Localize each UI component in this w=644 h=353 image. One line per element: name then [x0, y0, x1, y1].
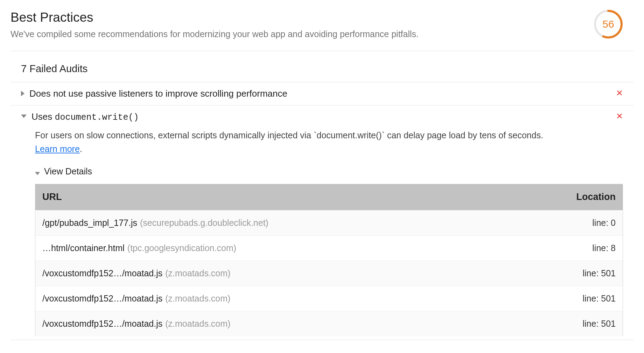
cell-url: /voxcustomdfp152…/moatad.js(z.moatads.co…	[42, 267, 518, 279]
url-host: (securepubads.g.doubleclick.net)	[140, 218, 268, 228]
chevron-down-icon	[21, 115, 27, 118]
section-title: 7 Failed Audits	[10, 58, 634, 83]
cell-url: …html/container.html(tpc.googlesyndicati…	[42, 242, 518, 254]
url-path: /voxcustomdfp152…/moatad.js	[42, 319, 162, 328]
table-header: URL Location	[35, 184, 623, 210]
col-header-url: URL	[42, 191, 518, 204]
url-host: (z.moatads.com)	[165, 268, 230, 278]
view-details-toggle[interactable]: View Details	[35, 162, 623, 184]
url-path: /gpt/pubads_impl_177.js	[42, 218, 137, 228]
page-title: Best Practices	[10, 8, 594, 27]
url-path: /voxcustomdfp152…/moatad.js	[42, 293, 162, 303]
cell-location: line: 501	[518, 318, 616, 330]
cell-url: /gpt/pubads_impl_177.js(securepubads.g.d…	[42, 217, 518, 229]
table-row: /voxcustomdfp152…/moatad.js(z.moatads.co…	[35, 261, 623, 286]
audit-desc-text: For users on slow connections, external …	[35, 130, 543, 140]
url-host: (tpc.googlesyndication.com)	[127, 243, 236, 253]
cell-location: line: 501	[518, 267, 616, 279]
fail-icon: ✕	[616, 87, 623, 99]
audit-row-document-write[interactable]: Uses document.write() ✕	[10, 105, 634, 129]
table-row: /gpt/pubads_impl_177.js(securepubads.g.d…	[35, 210, 623, 235]
audit-title: Does not use passive listeners to improv…	[29, 87, 609, 100]
score-value: 56	[602, 17, 614, 32]
url-host: (z.moatads.com)	[165, 319, 230, 328]
url-host: (z.moatads.com)	[165, 293, 230, 303]
url-path: /voxcustomdfp152…/moatad.js	[42, 268, 162, 278]
details-table: URL Location /gpt/pubads_impl_177.js(sec…	[35, 184, 623, 336]
table-row: /voxcustomdfp152…/moatad.js(z.moatads.co…	[35, 311, 623, 336]
cell-location: line: 8	[518, 242, 616, 254]
view-details-label: View Details	[44, 165, 92, 178]
audit-row-passive-listeners[interactable]: Does not use passive listeners to improv…	[10, 82, 634, 105]
page-subtitle: We've compiled some recommendations for …	[10, 28, 594, 40]
table-row: …html/container.html(tpc.googlesyndicati…	[35, 235, 623, 261]
audit-title: Uses document.write()	[31, 110, 609, 124]
fail-icon: ✕	[616, 110, 623, 122]
cell-url: /voxcustomdfp152…/moatad.js(z.moatads.co…	[42, 318, 518, 330]
col-header-location: Location	[518, 191, 616, 204]
cell-location: line: 0	[518, 217, 616, 229]
audit-title-prefix: Uses	[31, 111, 55, 122]
audit-code: document.write()	[55, 112, 139, 123]
chevron-right-icon	[21, 91, 24, 96]
audit-description: For users on slow connections, external …	[35, 129, 564, 156]
cell-location: line: 501	[518, 292, 616, 305]
learn-more-link[interactable]: Learn more	[35, 144, 80, 154]
cell-url: /voxcustomdfp152…/moatad.js(z.moatads.co…	[42, 292, 518, 305]
url-path: …html/container.html	[42, 243, 125, 253]
table-row: /voxcustomdfp152…/moatad.js(z.moatads.co…	[35, 286, 623, 311]
chevron-down-icon	[35, 172, 40, 175]
score-gauge: 56	[594, 9, 623, 39]
